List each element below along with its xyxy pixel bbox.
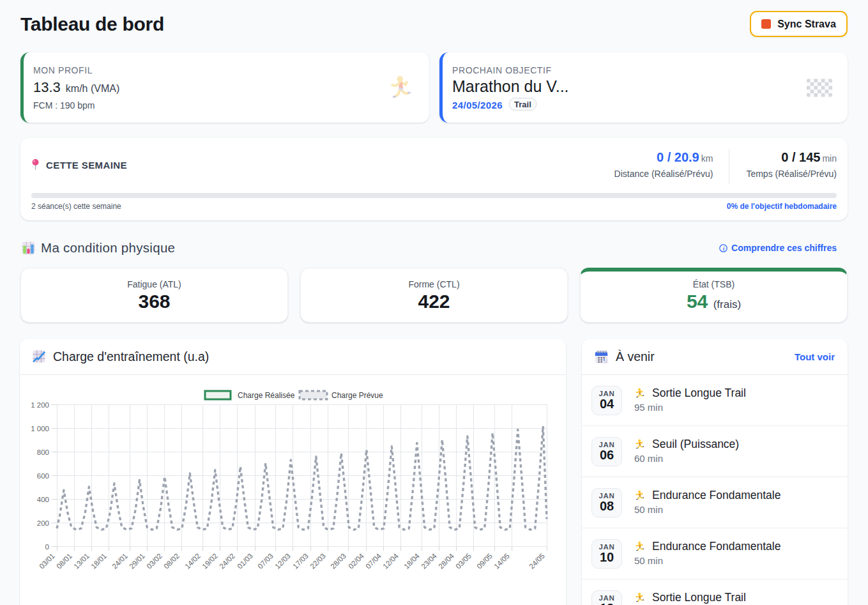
svg-text:03/02: 03/02 xyxy=(145,552,164,571)
svg-text:28/03: 28/03 xyxy=(329,552,347,571)
svg-text:03/01: 03/01 xyxy=(38,552,56,571)
svg-text:18/04: 18/04 xyxy=(402,552,421,571)
svg-text:0: 0 xyxy=(45,543,49,551)
svg-text:08/02: 08/02 xyxy=(162,552,181,571)
svg-text:29/01: 29/01 xyxy=(128,552,146,571)
svg-text:23/04: 23/04 xyxy=(420,552,438,571)
svg-text:Charge Prévue: Charge Prévue xyxy=(331,391,383,400)
svg-text:28/04: 28/04 xyxy=(437,552,455,571)
svg-text:1 000: 1 000 xyxy=(31,425,49,433)
svg-text:07/04: 07/04 xyxy=(364,552,383,571)
svg-text:200: 200 xyxy=(37,519,49,527)
svg-text:03/05: 03/05 xyxy=(454,552,473,571)
svg-text:07/03: 07/03 xyxy=(256,552,275,571)
svg-text:08/01: 08/01 xyxy=(55,552,73,571)
svg-text:800: 800 xyxy=(37,448,49,456)
svg-text:17/03: 17/03 xyxy=(291,552,310,571)
svg-text:Charge Réalisée: Charge Réalisée xyxy=(238,391,295,400)
svg-text:1 200: 1 200 xyxy=(31,401,49,409)
svg-text:14/02: 14/02 xyxy=(183,552,202,571)
svg-text:400: 400 xyxy=(37,496,49,503)
svg-text:19/02: 19/02 xyxy=(201,552,219,571)
svg-text:i: i xyxy=(723,245,725,251)
svg-text:600: 600 xyxy=(37,472,49,480)
svg-text:18/01: 18/01 xyxy=(89,552,108,571)
svg-text:12/03: 12/03 xyxy=(273,552,292,571)
svg-text:24/02: 24/02 xyxy=(218,552,236,571)
svg-text:22/03: 22/03 xyxy=(308,552,327,571)
svg-text:01/03: 01/03 xyxy=(236,552,254,571)
svg-text:24/05: 24/05 xyxy=(528,552,546,571)
svg-text:13/01: 13/01 xyxy=(72,552,91,571)
svg-text:02/04: 02/04 xyxy=(347,552,365,571)
svg-text:12/04: 12/04 xyxy=(381,552,400,571)
svg-text:14/05: 14/05 xyxy=(492,552,511,571)
svg-text:09/05: 09/05 xyxy=(475,552,494,571)
svg-text:24/01: 24/01 xyxy=(110,552,129,571)
